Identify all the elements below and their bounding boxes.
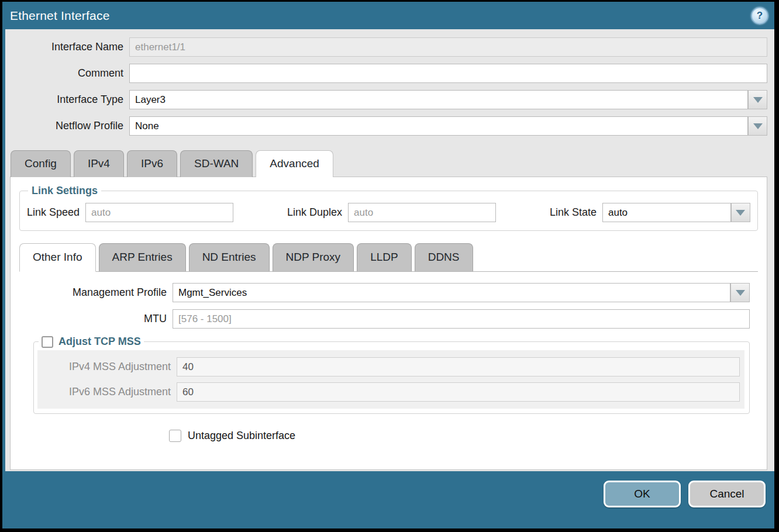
ok-button[interactable]: OK <box>604 481 681 507</box>
netflow-profile-row: Netflow Profile <box>10 116 767 136</box>
chevron-down-icon <box>736 210 745 220</box>
cancel-button[interactable]: Cancel <box>688 481 766 507</box>
tab-lldp[interactable]: LLDP <box>357 243 412 271</box>
netflow-profile-field[interactable] <box>129 116 748 136</box>
interface-name-label: Interface Name <box>10 41 129 53</box>
tab-config[interactable]: Config <box>11 150 71 177</box>
ipv6-mss-label: IPv6 MSS Adjustment <box>37 386 177 398</box>
tab-ddns[interactable]: DDNS <box>415 243 473 271</box>
link-state-row: Link State <box>550 203 750 222</box>
adjust-tcp-mss-legend: Adjust TCP MSS <box>39 336 144 348</box>
ipv4-mss-row: IPv4 MSS Adjustment <box>37 357 740 376</box>
dialog-title: Ethernet Interface <box>10 9 110 23</box>
link-speed-field[interactable] <box>85 203 233 222</box>
link-state-field[interactable] <box>602 203 731 222</box>
ipv6-mss-field <box>177 382 740 402</box>
tab-ipv6[interactable]: IPv6 <box>127 150 177 177</box>
ethernet-interface-dialog: Ethernet Interface ? Interface Name Comm… <box>2 2 774 528</box>
sub-tab-bar: Other Info ARP Entries ND Entries NDP Pr… <box>19 243 758 272</box>
management-profile-row: Management Profile <box>19 283 750 302</box>
mss-disabled-block: IPv4 MSS Adjustment IPv6 MSS Adjustment <box>37 350 744 409</box>
interface-type-field[interactable] <box>129 90 748 109</box>
dialog-footer: OK Cancel <box>2 471 774 528</box>
advanced-tab-panel: Link Settings Link Speed Link Duplex Lin… <box>10 177 767 470</box>
comment-row: Comment <box>10 64 767 83</box>
tab-advanced[interactable]: Advanced <box>256 150 333 177</box>
netflow-profile-label: Netflow Profile <box>10 120 129 132</box>
link-settings-legend: Link Settings <box>28 185 101 197</box>
tab-nd-entries[interactable]: ND Entries <box>189 243 270 271</box>
comment-label: Comment <box>10 67 129 80</box>
help-icon[interactable]: ? <box>751 7 768 25</box>
dialog-titlebar: Ethernet Interface ? <box>2 2 774 29</box>
link-duplex-row: Link Duplex <box>287 203 496 222</box>
link-speed-row: Link Speed <box>27 203 233 222</box>
tab-arp-entries[interactable]: ARP Entries <box>99 243 186 271</box>
mtu-row: MTU <box>19 309 750 329</box>
untagged-subinterface-row: Untagged Subinterface <box>169 430 750 442</box>
other-info-panel: Management Profile MTU Adjust TCP <box>19 272 758 442</box>
interface-type-label: Interface Type <box>10 94 129 106</box>
interface-name-row: Interface Name <box>10 37 767 57</box>
mtu-field[interactable] <box>173 309 750 329</box>
untagged-subinterface-checkbox[interactable] <box>169 430 181 442</box>
ipv4-mss-label: IPv4 MSS Adjustment <box>37 361 177 373</box>
management-profile-dropdown-button[interactable] <box>730 283 750 302</box>
chevron-down-icon <box>753 97 763 108</box>
ipv6-mss-row: IPv6 MSS Adjustment <box>37 382 740 402</box>
chevron-down-icon <box>736 290 745 300</box>
link-speed-label: Link Speed <box>27 206 85 219</box>
tab-ipv4[interactable]: IPv4 <box>74 150 124 177</box>
adjust-tcp-mss-checkbox[interactable] <box>42 336 53 348</box>
comment-field[interactable] <box>129 64 767 83</box>
mtu-label: MTU <box>19 313 173 325</box>
management-profile-field[interactable] <box>173 283 730 302</box>
management-profile-label: Management Profile <box>19 286 173 299</box>
interface-name-field <box>129 37 767 57</box>
dialog-body: Interface Name Comment Interface Type Ne… <box>2 29 774 471</box>
link-state-label: Link State <box>550 206 602 219</box>
link-settings-group: Link Settings Link Speed Link Duplex Lin… <box>19 185 758 231</box>
link-duplex-field[interactable] <box>348 203 496 222</box>
netflow-profile-dropdown-button[interactable] <box>748 116 767 136</box>
tab-ndp-proxy[interactable]: NDP Proxy <box>273 243 354 271</box>
untagged-subinterface-label: Untagged Subinterface <box>188 430 295 442</box>
link-state-dropdown-button[interactable] <box>731 203 750 222</box>
tab-sd-wan[interactable]: SD-WAN <box>180 150 253 177</box>
main-tab-bar: Config IPv4 IPv6 SD-WAN Advanced <box>10 150 767 177</box>
tab-other-info[interactable]: Other Info <box>19 243 96 272</box>
chevron-down-icon <box>753 123 763 134</box>
adjust-tcp-mss-label: Adjust TCP MSS <box>58 336 141 348</box>
interface-type-dropdown-button[interactable] <box>748 90 767 109</box>
adjust-tcp-mss-group: Adjust TCP MSS IPv4 MSS Adjustment IPv6 … <box>33 336 750 414</box>
link-duplex-label: Link Duplex <box>287 206 348 219</box>
ipv4-mss-field <box>177 357 740 376</box>
interface-type-row: Interface Type <box>10 90 767 109</box>
